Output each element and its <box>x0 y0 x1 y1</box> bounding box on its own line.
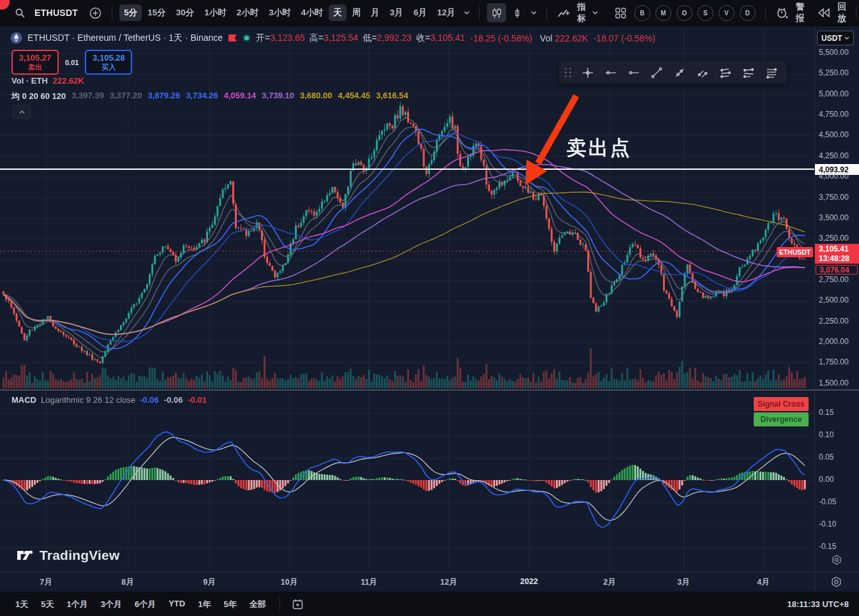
ma-value: 3,397.39 <box>71 91 104 102</box>
symbol-search-button[interactable]: ETHUSDT <box>34 8 78 18</box>
axis-border <box>814 26 815 591</box>
macd-marker-divergence[interactable]: Divergence <box>754 412 809 426</box>
price-tick: 4,250.00 <box>819 151 849 160</box>
buy-button[interactable]: 3,105.28 买入 <box>85 50 132 75</box>
alert-clock-icon[interactable] <box>773 3 792 22</box>
parallel-channel-icon[interactable] <box>760 63 783 82</box>
range-button-1天[interactable]: 1天 <box>10 596 33 613</box>
volume-legend-value: 222.62K <box>53 76 84 86</box>
macd-value: -0.06 <box>140 395 159 405</box>
macd-marker-buttons: Signal CrossDivergence <box>754 397 809 426</box>
collapse-pane-button[interactable] <box>13 105 31 119</box>
eth-logo-icon <box>10 32 22 44</box>
sell-button[interactable]: 3,105.27 卖出 <box>11 50 59 75</box>
time-tick-2月: 2月 <box>603 577 615 588</box>
layout-letter-S[interactable]: S <box>698 5 713 21</box>
ohlc-field: 开=3,123.65 <box>256 33 305 44</box>
interval-button-4小时[interactable]: 4小时 <box>297 4 328 21</box>
crosshair-icon[interactable] <box>576 63 599 82</box>
range-button-6个月[interactable]: 6个月 <box>130 596 161 613</box>
time-tick-7月: 7月 <box>40 577 52 588</box>
layout-grid-icon[interactable] <box>611 3 631 22</box>
price-axis[interactable]: USDT 4,093.92 3,105.41 13:48:28 3,076.04… <box>814 28 859 571</box>
interval-button-30分[interactable]: 30分 <box>172 4 199 21</box>
notification-dot <box>0 0 10 10</box>
range-button-1个月[interactable]: 1个月 <box>61 596 93 613</box>
layout-letter-O[interactable]: O <box>676 5 692 21</box>
trend-line-icon[interactable] <box>645 63 668 82</box>
interval-button-3小时[interactable]: 3小时 <box>264 4 295 21</box>
interval-chevron-icon[interactable] <box>461 3 472 22</box>
extended-line-icon[interactable] <box>691 63 714 82</box>
candlestick-style-alt-icon[interactable] <box>507 3 527 22</box>
indicators-chevron-icon[interactable] <box>590 3 601 22</box>
ohlc-label: 高= <box>310 33 324 44</box>
pane-divider[interactable] <box>0 389 859 391</box>
horizontal-ray-icon[interactable] <box>622 63 645 82</box>
time-tick-3月: 3月 <box>677 577 689 588</box>
ohlc-label: 低= <box>362 33 377 44</box>
ohlc-value: 3,105.41 <box>430 33 465 44</box>
range-button-全部[interactable]: 全部 <box>244 596 271 613</box>
date-range-list: 1天5天1个月3个月6个月YTD1年5年全部 <box>10 596 271 613</box>
currency-dropdown[interactable]: USDT <box>817 31 854 45</box>
time-tick-9月: 9月 <box>203 577 215 588</box>
interval-button-15分[interactable]: 15分 <box>143 4 170 21</box>
range-button-YTD[interactable]: YTD <box>163 596 190 613</box>
interval-button-天[interactable]: 天 <box>329 4 347 21</box>
interval-button-5分[interactable]: 5分 <box>119 4 142 21</box>
timezone-settings-icon[interactable] <box>831 576 842 587</box>
disjoint-channel-icon[interactable] <box>737 63 760 82</box>
price-tick: 1,750.00 <box>819 357 849 366</box>
macd-value: -0.01 <box>188 395 207 405</box>
info-line-icon[interactable] <box>668 63 691 82</box>
symbol-title[interactable]: ETHUSDT · Ethereum / TetherUS · 1天 · Bin… <box>27 33 223 44</box>
macd-marker-signal-cross[interactable]: Signal Cross <box>754 397 809 411</box>
layout-letter-B[interactable]: B <box>634 5 650 21</box>
interval-button-周[interactable]: 周 <box>348 4 366 21</box>
toolbar-divider <box>546 6 547 20</box>
macd-tick: 0.15 <box>819 408 833 417</box>
chart-style-chevron-icon[interactable] <box>528 3 539 22</box>
ohlc-value: 2,992.23 <box>377 33 412 44</box>
range-button-5天[interactable]: 5天 <box>36 596 59 613</box>
replay-button[interactable]: 回放 <box>837 1 846 24</box>
layout-letter-V[interactable]: V <box>719 5 735 21</box>
goto-date-icon[interactable] <box>288 595 308 614</box>
layout-letter-D[interactable]: D <box>740 5 756 21</box>
interval-button-6月[interactable]: 6月 <box>409 4 431 21</box>
candlestick-style-icon[interactable] <box>487 3 506 22</box>
range-button-5年[interactable]: 5年 <box>218 596 241 613</box>
price-tick: 1,500.00 <box>819 379 849 387</box>
ohlc-field: 收=3,105.41 <box>416 33 465 44</box>
add-symbol-icon[interactable] <box>86 3 105 22</box>
range-button-1年[interactable]: 1年 <box>193 596 216 613</box>
macd-settings-icon[interactable] <box>832 555 842 565</box>
clock[interactable]: 18:11:33 UTC+8 <box>788 599 849 609</box>
replay-rewind-icon[interactable] <box>814 3 833 22</box>
toolbar-divider <box>112 6 112 20</box>
drawing-tools <box>576 63 783 82</box>
search-icon[interactable] <box>10 3 29 22</box>
horizontal-line-icon[interactable] <box>599 63 622 82</box>
chevron-down-icon <box>844 36 849 40</box>
interval-button-月[interactable]: 月 <box>366 4 384 21</box>
ma-value: 3,739.10 <box>262 91 294 102</box>
time-tick-10月: 10月 <box>281 577 297 588</box>
alert-button[interactable]: 警报 <box>796 1 805 24</box>
parallel-rays-icon[interactable] <box>714 63 737 82</box>
interval-button-3月[interactable]: 3月 <box>385 4 408 21</box>
layout-letter-M[interactable]: M <box>655 5 671 21</box>
time-axis[interactable]: 7月8月9月10月11月12月20222月3月4月 <box>0 571 859 592</box>
bottom-toolbar: 1天5天1个月3个月6个月YTD1年5年全部 18:11:33 UTC+8 <box>0 592 859 616</box>
interval-button-2小时[interactable]: 2小时 <box>232 4 264 21</box>
flag-icon[interactable] <box>228 34 237 42</box>
indicators-button[interactable]: 指标 <box>577 1 586 24</box>
indicators-icon[interactable] <box>554 3 573 22</box>
range-button-3个月[interactable]: 3个月 <box>96 596 127 613</box>
interval-button-12月[interactable]: 12月 <box>433 4 460 21</box>
macd-tick: -0.15 <box>819 542 836 551</box>
interval-button-1小时[interactable]: 1小时 <box>200 4 231 21</box>
drag-handle-icon[interactable] <box>565 68 572 77</box>
ohlc-label: 开= <box>256 33 270 44</box>
